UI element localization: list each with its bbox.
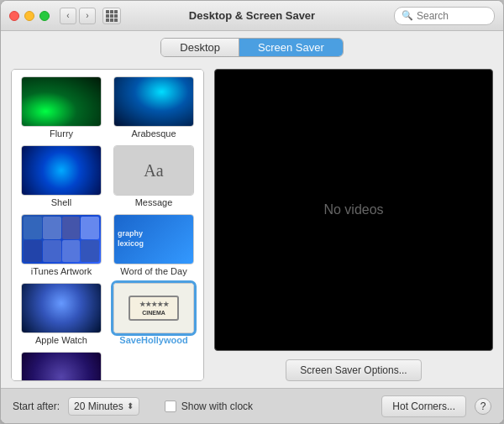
list-item[interactable]: Shell xyxy=(17,144,106,209)
titlebar: ‹ › Desktop & Screen Saver 🔍 xyxy=(1,1,503,31)
hot-corners-button[interactable]: Hot Corners... xyxy=(381,395,466,417)
thumb-applewatch xyxy=(21,283,102,333)
list-item[interactable]: ★★★★★CINEMA SaveHollywood xyxy=(109,281,198,347)
traffic-lights xyxy=(9,11,50,21)
back-button[interactable]: ‹ xyxy=(60,8,76,24)
grid-view-button[interactable] xyxy=(102,8,121,24)
tabs-bar: Desktop Screen Saver xyxy=(1,31,503,62)
help-button[interactable]: ? xyxy=(475,398,491,415)
thumb-flurry xyxy=(21,76,102,127)
screensaver-options-button[interactable]: Screen Saver Options... xyxy=(286,359,421,381)
thumb-itunes xyxy=(21,214,102,264)
search-box[interactable]: 🔍 xyxy=(394,7,495,25)
thumb-arabesque xyxy=(113,76,194,127)
close-button[interactable] xyxy=(9,11,19,21)
thumb-shell xyxy=(21,145,102,196)
ss-label-arabesque: Arabesque xyxy=(131,128,176,139)
thumb-message: Aa xyxy=(113,145,194,196)
list-item[interactable]: Apple Watch xyxy=(17,281,106,347)
clock-label: Show with clock xyxy=(181,400,253,412)
ss-label-itunes: iTunes Artwork xyxy=(31,266,92,276)
duration-dropdown[interactable]: 20 Minutes ⬍ xyxy=(68,397,139,416)
window: ‹ › Desktop & Screen Saver 🔍 Desktop Scr… xyxy=(0,0,504,424)
list-item[interactable]: Aa Message xyxy=(109,144,198,209)
show-clock-checkbox[interactable] xyxy=(165,400,176,412)
thumb-random xyxy=(21,352,102,381)
list-item[interactable]: Arabesque xyxy=(109,75,198,140)
word-text: graphylexicog xyxy=(118,229,144,249)
ss-label-message: Message xyxy=(135,197,173,207)
bottom-bar: Start after: 20 Minutes ⬍ Show with cloc… xyxy=(1,388,503,423)
cinema-ticket: ★★★★★CINEMA xyxy=(129,296,179,322)
tab-group: Desktop Screen Saver xyxy=(160,38,343,57)
screensaver-grid: Flurry Arabesque Shell xyxy=(17,75,198,381)
forward-button[interactable]: › xyxy=(79,8,96,24)
ss-label-word: Word of the Day xyxy=(120,266,186,276)
ss-label-applewatch: Apple Watch xyxy=(35,335,87,345)
main-content: Flurry Arabesque Shell xyxy=(1,62,503,381)
thumb-word: graphylexicog xyxy=(113,214,194,264)
search-icon: 🔍 xyxy=(402,10,413,21)
ss-label-flurry: Flurry xyxy=(50,128,73,139)
minimize-button[interactable] xyxy=(24,11,34,21)
list-item[interactable]: Flurry xyxy=(17,75,106,140)
thumb-savehollywood: ★★★★★CINEMA xyxy=(113,283,194,333)
nav-buttons: ‹ › xyxy=(60,8,96,24)
tab-desktop[interactable]: Desktop xyxy=(161,39,239,56)
duration-value: 20 Minutes xyxy=(74,400,123,412)
maximize-button[interactable] xyxy=(39,11,50,21)
ss-label-savehollywood: SaveHollywood xyxy=(119,335,187,345)
dropdown-arrow-icon: ⬍ xyxy=(127,401,134,411)
list-item[interactable]: graphylexicog Word of the Day xyxy=(109,212,198,278)
screensaver-list[interactable]: Flurry Arabesque Shell xyxy=(11,69,204,381)
ss-label-shell: Shell xyxy=(51,197,71,207)
no-videos-text: No videos xyxy=(323,202,383,217)
window-title: Desktop & Screen Saver xyxy=(189,9,315,22)
list-item[interactable]: iTunes Artwork xyxy=(17,212,106,278)
preview-panel: No videos Screen Saver Options... xyxy=(214,69,493,381)
clock-checkbox-group: Show with clock xyxy=(165,400,253,412)
grid-icon xyxy=(106,10,118,22)
start-after-label: Start after: xyxy=(13,400,60,412)
tab-screensaver[interactable]: Screen Saver xyxy=(239,39,343,56)
list-item[interactable]: Random xyxy=(17,350,106,381)
search-input[interactable] xyxy=(417,10,484,22)
preview-screen: No videos xyxy=(214,69,493,351)
